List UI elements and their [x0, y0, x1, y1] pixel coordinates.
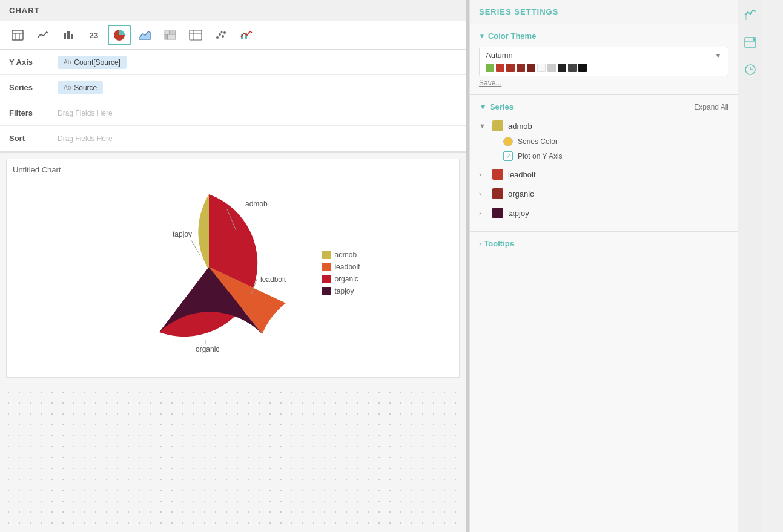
- y-axis-label: Y Axis: [9, 57, 58, 67]
- legend-color-organic: [322, 275, 331, 283]
- map-btn[interactable]: [159, 25, 182, 45]
- series-tag[interactable]: Ab Source: [58, 81, 103, 94]
- svg-rect-7: [165, 31, 170, 34]
- tooltips-label: Tooltips: [484, 239, 514, 248]
- svg-rect-29: [745, 15, 747, 20]
- legend-leadbolt: leadbolt: [322, 263, 360, 271]
- svg-point-17: [223, 31, 226, 34]
- bar-btn[interactable]: [57, 25, 80, 45]
- legend-color-leadbolt: [322, 263, 331, 271]
- color-theme-label: Color Theme: [488, 31, 536, 41]
- series-section: ▼ Series Expand All ▼ admob Series Color: [470, 95, 738, 232]
- svg-text:leadbolt: leadbolt: [260, 275, 286, 284]
- swatch-8[interactable]: [558, 64, 566, 72]
- pie-chart: admob tapjoy leadbolt organic admob: [106, 176, 360, 370]
- series-row-admob[interactable]: ▼ admob: [479, 117, 728, 134]
- svg-rect-0: [12, 30, 23, 40]
- organic-toggle[interactable]: ›: [479, 190, 487, 197]
- legend-color-admob: [322, 251, 331, 259]
- chart-display-title: Untitled Chart: [13, 165, 453, 174]
- plot-y-checkbox[interactable]: ✓: [503, 151, 513, 161]
- filters-label: Filters: [9, 108, 58, 117]
- plot-y-label: Plot on Y Axis: [518, 152, 563, 160]
- color-theme-toggle[interactable]: ▼ Color Theme: [479, 31, 728, 41]
- legend-label-admob: admob: [334, 251, 357, 259]
- chart-type-icon[interactable]: [741, 6, 759, 24]
- series-color-circle[interactable]: [503, 137, 513, 146]
- series-item-tapjoy: › tapjoy: [479, 205, 728, 222]
- color-swatches: [486, 64, 722, 72]
- mixed-btn[interactable]: [235, 25, 258, 45]
- tooltips-section: › Tooltips: [470, 232, 738, 255]
- history-icon[interactable]: [741, 61, 759, 79]
- pie-btn[interactable]: [108, 25, 131, 45]
- sort-placeholder: Drag Fields Here: [58, 134, 113, 143]
- swatch-7[interactable]: [547, 64, 556, 72]
- dropdown-arrow-icon[interactable]: ▼: [715, 51, 722, 60]
- swatch-1[interactable]: [486, 64, 494, 72]
- area-btn[interactable]: [133, 25, 156, 45]
- series-row-tapjoy[interactable]: › tapjoy: [479, 205, 728, 222]
- sort-row: Sort Drag Fields Here: [0, 126, 466, 151]
- theme-select-row: Autumn ▼: [486, 51, 722, 60]
- svg-text:tapjoy: tapjoy: [173, 230, 192, 238]
- theme-name: Autumn: [486, 51, 513, 60]
- legend-admob: admob: [322, 251, 360, 259]
- sort-label: Sort: [9, 134, 58, 143]
- scatter-btn[interactable]: [210, 25, 233, 45]
- tapjoy-toggle[interactable]: ›: [479, 209, 487, 217]
- pivot-btn[interactable]: [184, 25, 207, 45]
- leadbolt-color: [492, 169, 503, 180]
- number-btn[interactable]: 23: [82, 25, 105, 45]
- series-row-leadbolt[interactable]: › leadbolt: [479, 166, 728, 183]
- admob-sub-items: Series Color ✓ Plot on Y Axis: [479, 134, 728, 163]
- swatch-3[interactable]: [506, 64, 515, 72]
- legend-label-leadbolt: leadbolt: [334, 263, 360, 271]
- save-link[interactable]: Save...: [479, 79, 728, 87]
- series-section-toggle[interactable]: ▼ Series: [479, 102, 514, 111]
- organic-name: organic: [508, 189, 534, 199]
- tapjoy-name: tapjoy: [508, 209, 529, 218]
- svg-rect-6: [71, 34, 73, 39]
- series-value: Source: [74, 84, 97, 92]
- legend-organic: organic: [322, 275, 360, 283]
- series-row: Series Ab Source: [0, 75, 466, 100]
- swatch-9[interactable]: [568, 64, 577, 72]
- svg-rect-4: [64, 33, 66, 39]
- fields-area: Y Axis Ab Count[Source] Series Ab Source…: [0, 50, 466, 153]
- admob-color: [492, 120, 503, 131]
- right-panel: SERIES SETTINGS ▼ Color Theme Autumn ▼: [469, 0, 738, 532]
- table-btn[interactable]: [6, 25, 29, 45]
- swatch-2[interactable]: [496, 64, 504, 72]
- series-item-admob: ▼ admob Series Color ✓ Plot on Y Axis: [479, 117, 728, 163]
- swatch-5[interactable]: [527, 64, 535, 72]
- series-row-organic[interactable]: › organic: [479, 185, 728, 202]
- swatch-6[interactable]: [537, 64, 546, 72]
- right-sidebar: [738, 0, 762, 532]
- chart-toolbar: 23: [0, 21, 466, 50]
- expand-all-btn[interactable]: Expand All: [694, 103, 728, 111]
- swatch-10[interactable]: [578, 64, 587, 72]
- svg-point-14: [216, 36, 219, 39]
- ab-icon-series: Ab: [64, 84, 71, 91]
- tooltips-toggle[interactable]: › Tooltips: [479, 239, 728, 248]
- admob-toggle[interactable]: ▼: [479, 122, 487, 130]
- svg-rect-9: [165, 34, 168, 39]
- swatch-4[interactable]: [517, 64, 525, 72]
- chart-container: admob tapjoy leadbolt organic admob: [13, 177, 453, 368]
- svg-point-18: [221, 31, 223, 33]
- tooltips-chevron: ›: [479, 240, 481, 247]
- series-color-label: Series Color: [518, 137, 558, 146]
- series-item-leadbolt: › leadbolt: [479, 166, 728, 183]
- line-btn[interactable]: [31, 25, 55, 45]
- admob-plot-y-row: ✓ Plot on Y Axis: [503, 149, 728, 163]
- svg-rect-8: [170, 31, 176, 34]
- y-axis-value: Count[Source]: [74, 58, 121, 67]
- y-axis-tag[interactable]: Ab Count[Source]: [58, 56, 127, 69]
- table-settings-icon[interactable]: [741, 33, 759, 51]
- svg-point-16: [222, 35, 224, 38]
- pie-svg: admob tapjoy leadbolt organic: [106, 176, 312, 358]
- leadbolt-toggle[interactable]: ›: [479, 171, 487, 178]
- svg-rect-5: [67, 31, 70, 39]
- organic-color: [492, 188, 503, 199]
